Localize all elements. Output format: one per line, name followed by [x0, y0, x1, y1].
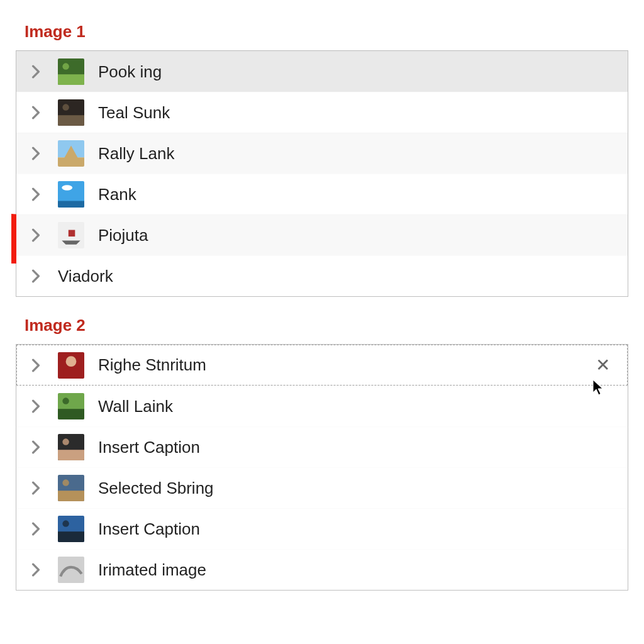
svg-rect-21: [58, 450, 84, 460]
svg-point-10: [62, 185, 72, 190]
svg-point-22: [62, 438, 69, 445]
list-item-label: Wall Laink: [98, 397, 616, 416]
image2-panel: Righe Stnritum✕Wall LainkInsert CaptionS…: [16, 344, 628, 591]
list-item[interactable]: Viadork: [16, 255, 628, 296]
thumbnail-image: [58, 434, 84, 460]
list-item[interactable]: Insert Caption: [16, 426, 628, 467]
image2-heading: Image 2: [25, 316, 628, 335]
list-item[interactable]: Selected Sbring: [16, 467, 628, 508]
list-item-label: Rank: [98, 185, 616, 204]
list-item[interactable]: Teal Sunk: [16, 92, 628, 133]
thumbnail-image: [58, 99, 84, 126]
chevron-right-icon[interactable]: [28, 268, 44, 284]
list-item[interactable]: Insert Caption: [16, 508, 628, 549]
svg-rect-29: [58, 557, 84, 583]
thumbnail-image: [58, 58, 84, 85]
list-item[interactable]: Rally Lank: [16, 133, 628, 174]
list-item-label: Rally Lank: [98, 144, 616, 164]
thumbnail-image: [58, 352, 84, 379]
list-item-label: Pook ing: [98, 62, 616, 82]
svg-rect-18: [58, 409, 84, 419]
svg-point-5: [62, 104, 69, 111]
chevron-right-icon[interactable]: [28, 186, 44, 203]
svg-rect-13: [69, 230, 75, 237]
chevron-right-icon[interactable]: [28, 562, 44, 578]
svg-rect-1: [58, 74, 84, 85]
svg-rect-4: [58, 115, 84, 126]
svg-point-2: [62, 63, 69, 70]
svg-point-15: [66, 356, 77, 367]
list-item-label: Piojuta: [98, 226, 616, 245]
list-item[interactable]: Pook ing: [16, 51, 628, 92]
chevron-right-icon[interactable]: [28, 357, 44, 374]
list-item-label: Teal Sunk: [98, 103, 616, 123]
svg-point-25: [62, 479, 69, 486]
list-item-label: Righe Stnritum: [98, 355, 589, 375]
svg-rect-24: [58, 491, 84, 501]
list-item-label: Selected Sbring: [98, 479, 616, 498]
chevron-right-icon[interactable]: [28, 480, 44, 496]
thumbnail-image: [58, 181, 84, 208]
svg-point-19: [62, 397, 69, 404]
chevron-right-icon[interactable]: [28, 145, 44, 162]
list-item-label: Irimated image: [98, 560, 616, 580]
svg-rect-11: [58, 201, 84, 208]
thumbnail-image: [58, 222, 84, 248]
list-item[interactable]: Piojuta: [16, 214, 628, 255]
chevron-right-icon[interactable]: [28, 104, 44, 121]
list-item[interactable]: Rank: [16, 174, 628, 214]
image1-heading: Image 1: [25, 22, 628, 42]
svg-point-28: [62, 520, 69, 527]
thumbnail-image: [58, 475, 84, 501]
close-icon[interactable]: ✕: [589, 355, 616, 375]
list-item[interactable]: Irimated image: [16, 549, 628, 590]
image1-panel: Pook ingTeal SunkRally LankRankPiojutaVi…: [16, 50, 628, 297]
chevron-right-icon[interactable]: [28, 64, 44, 80]
chevron-right-icon[interactable]: [28, 398, 44, 414]
svg-rect-27: [58, 531, 84, 542]
thumbnail-image: [58, 557, 84, 583]
svg-rect-16: [63, 368, 79, 379]
thumbnail-image: [58, 140, 84, 167]
thumbnail-image: [58, 393, 84, 419]
chevron-right-icon[interactable]: [28, 521, 44, 537]
list-item-label: Insert Caption: [98, 519, 616, 539]
list-item[interactable]: Righe Stnritum✕: [16, 345, 628, 386]
list-item-label: Insert Caption: [98, 438, 616, 457]
thumbnail-image: [58, 516, 84, 542]
list-item-label: Viadork: [58, 267, 616, 286]
chevron-right-icon[interactable]: [28, 439, 44, 455]
list-item[interactable]: Wall Laink: [16, 386, 628, 426]
chevron-right-icon[interactable]: [28, 227, 44, 243]
